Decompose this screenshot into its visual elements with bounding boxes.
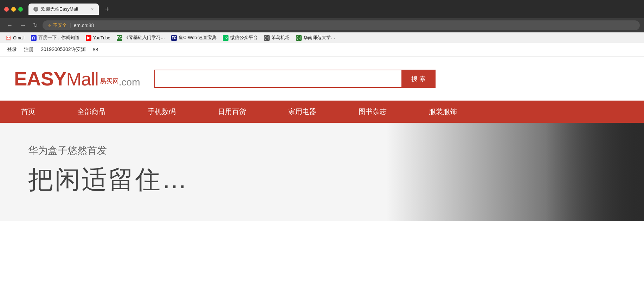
youtube-label: YouTube [93,36,110,40]
hero-title: 把闲适留住… [28,163,616,197]
scnu-label: 华南师范大学… [303,35,335,41]
baidu-label: 百度一下，你就知道 [38,35,79,41]
nav-daily[interactable]: 日用百货 [197,101,267,123]
tab-close-button[interactable]: × [91,6,94,12]
bookmark-youtube[interactable]: ▶ YouTube [83,34,113,42]
security-warning: ⚠ 不安全 [47,22,67,28]
wechat-label: 微信公众平台 [230,35,258,41]
nav-appliances[interactable]: 家用电器 [267,101,337,123]
main-navigation: 首页 全部商品 手机数码 日用百货 家用电器 图书杂志 服装服饰 [0,101,644,123]
bookmark-niaoniao[interactable]: 笨鸟机场 [261,34,292,42]
address-bar: ← → ↻ ⚠ 不安全 | em.cn:88 [0,18,644,32]
hero-subtitle: 华为盒子悠然首发 [28,144,616,157]
user-id: 20192005302许安源 [41,46,86,53]
tab-favicon [33,7,38,12]
nav-clothing[interactable]: 服装服饰 [408,101,478,123]
bookmark-wechat[interactable]: 微信公众平台 [220,34,260,42]
url-text: em.cn:88 [74,23,94,28]
gmail-label: Gmail [13,36,25,40]
search-input[interactable] [154,70,401,88]
browser-chrome: 欢迎光临EasyMall × + ← → ↻ ⚠ 不安全 | em.cn:88 … [0,0,644,43]
fc2-label: 鱼C-Web-速查宝典 [179,35,217,41]
window-controls [4,7,23,12]
top-info-bar: 登录 注册 20192005302许安源 88 [0,43,644,57]
port-number: 88 [93,47,98,52]
logo-com: .com [119,77,140,88]
bookmark-baidu[interactable]: 百 百度一下，你就知道 [28,34,82,42]
site-header: EASYMall易买网.com 搜 索 [0,57,644,101]
logo-easy: EASYMall [14,67,98,90]
nav-home[interactable]: 首页 [0,101,56,123]
register-link[interactable]: 注册 [24,46,34,53]
bookmark-fc2[interactable]: FC 鱼C-Web-速查宝典 [168,34,219,42]
security-label: 不安全 [53,22,67,28]
tab-title: 欢迎光临EasyMall [41,6,88,12]
fc2-icon: FC [171,35,177,41]
url-bar[interactable]: ⚠ 不安全 | em.cn:88 [43,20,640,30]
new-tab-button[interactable]: + [102,3,113,15]
wechat-icon [223,35,228,41]
active-tab[interactable]: 欢迎光临EasyMall × [28,4,99,15]
hero-banner: 华为盒子悠然首发 把闲适留住… [0,123,644,221]
search-button[interactable]: 搜 索 [401,70,436,88]
nav-books[interactable]: 图书杂志 [337,101,408,123]
login-link[interactable]: 登录 [7,46,17,53]
close-button[interactable] [4,7,9,12]
warning-icon: ⚠ [47,23,52,28]
niaoniao-icon [264,35,270,41]
nav-mobile[interactable]: 手机数码 [127,101,197,123]
back-button[interactable]: ← [4,21,15,30]
fc1-icon: FC [117,35,122,41]
bookmark-scnu[interactable]: 华南师范大学… [293,34,338,42]
scnu-icon [296,35,302,41]
forward-button[interactable]: → [18,21,28,30]
nav-all-products[interactable]: 全部商品 [56,101,127,123]
title-bar: 欢迎光临EasyMall × + [0,0,644,18]
baidu-icon: 百 [31,35,37,41]
bookmark-gmail[interactable]: Gmail [3,34,27,42]
niaoniao-label: 笨鸟机场 [271,35,290,41]
logo-sub: 易买网 [100,78,119,85]
bookmarks-bar: Gmail 百 百度一下，你就知道 ▶ YouTube FC 《零基础入门学习…… [0,32,644,43]
bookmark-fc1[interactable]: FC 《零基础入门学习… [114,34,168,42]
logo-area: EASYMall易买网.com [14,67,140,90]
minimize-button[interactable] [11,7,16,12]
url-separator: | [70,23,71,28]
reload-button[interactable]: ↻ [31,21,40,30]
maximize-button[interactable] [18,7,23,12]
hero-overlay [546,123,644,221]
gmail-icon [6,35,11,41]
fc1-label: 《零基础入门学习… [124,35,165,41]
search-area: 搜 索 [154,70,436,88]
page-content: 登录 注册 20192005302许安源 88 EASYMall易买网.com … [0,43,644,254]
svg-point-6 [265,36,269,40]
youtube-icon: ▶ [86,35,91,41]
